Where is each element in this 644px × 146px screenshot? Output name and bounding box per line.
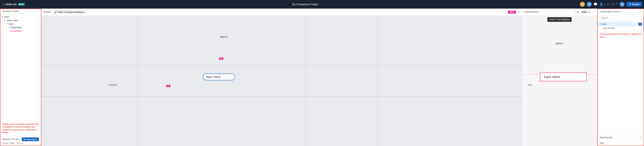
nav-right: TM TM 💬 👤+ ↩ ↪ ? TM ⬆ Export bbox=[580, 2, 642, 7]
property-text: Text bbox=[598, 141, 644, 146]
right-panel: COMPONENT PARTS ⊡ ▼ input ⧉ ::placeholde… bbox=[597, 8, 644, 146]
search-input[interactable] bbox=[600, 16, 642, 20]
components-label: COMPONENTS bbox=[524, 11, 538, 13]
canvas-normal-label: NORMAL bbox=[108, 84, 118, 86]
layer-input-nested[interactable]: ▼ Input bbox=[0, 22, 41, 26]
canvas-area: DESIGN 🚀 Unite UX (Export Preview) ▾ 200… bbox=[41, 8, 522, 146]
measure-badge-top: 82 bbox=[219, 58, 223, 60]
components-panel: COMPONENTS ▾ 200% ▾ → Zoom / View Option… bbox=[522, 8, 597, 146]
help-icon[interactable]: ? bbox=[616, 2, 618, 6]
avatar-tm1[interactable]: TM bbox=[580, 2, 585, 7]
circle-indicator bbox=[574, 11, 576, 14]
copy-icon: ⧉ bbox=[24, 138, 25, 141]
components-toolbar: COMPONENTS ▾ 200% ▾ → bbox=[522, 8, 597, 16]
app-name: Unite UX bbox=[6, 3, 17, 6]
design-input-box[interactable]: Input Value bbox=[203, 73, 235, 80]
avatar-tm2[interactable]: TM bbox=[587, 2, 592, 7]
comp-tree-item-input[interactable]: ▼ input ⧉ bbox=[598, 22, 644, 26]
comp-input-value: Input Value bbox=[544, 75, 560, 79]
canvas-input-label-top: INPUT bbox=[220, 36, 228, 38]
export-icon: ⬆ bbox=[629, 3, 631, 5]
home-icon[interactable]: ⌂ bbox=[2, 2, 4, 6]
comp-normal-label: MAL bbox=[528, 84, 532, 86]
design-label: DESIGN bbox=[44, 11, 51, 13]
add-property-icon[interactable]: + bbox=[640, 136, 642, 139]
canvas-toolbar: DESIGN 🚀 Unite UX (Export Preview) ▾ 200… bbox=[41, 8, 522, 16]
cloud-icon: ☁ bbox=[288, 2, 291, 6]
expand-icon: ▼ bbox=[4, 19, 6, 21]
design-selector[interactable]: 🚀 Unite UX (Export Preview) ▾ bbox=[53, 10, 86, 14]
expand-panel-icon[interactable]: → bbox=[592, 10, 595, 14]
comp-zoom-value: 200% bbox=[582, 11, 587, 13]
comp-tree-item-placeholder[interactable]: ::placeholder bbox=[598, 26, 644, 30]
component-parts-title: COMPONENT PARTS bbox=[600, 11, 620, 13]
component-parts-warning: The actual component' structure is alway… bbox=[598, 31, 644, 40]
export-button[interactable]: ⬆ Export bbox=[626, 2, 642, 7]
guide-line-h2 bbox=[41, 96, 522, 97]
component-tree: ▼ input ⧉ ::placeholder bbox=[598, 21, 644, 31]
properties-header: PROPERTIES + bbox=[598, 135, 644, 141]
guide-line-v2 bbox=[378, 16, 378, 146]
triangle-icon: ▼ bbox=[600, 23, 601, 25]
expand-icon: ▼ bbox=[8, 27, 10, 28]
undo-icon[interactable]: ↩ bbox=[607, 2, 610, 6]
design-styles-section: DESIGN STYLES ⧉ Copy Styles align-items:… bbox=[0, 136, 41, 146]
main-layout: DESIGN LAYERS ▼ Input ▼ _Base Input ▼ In… bbox=[0, 8, 644, 146]
canvas-content: INPUT NORMAL 82 24 Input Value bbox=[41, 16, 522, 146]
comp-input-box[interactable]: Input Value bbox=[540, 73, 587, 81]
expand-icon[interactable]: ⊡ bbox=[639, 10, 642, 13]
guide-line-v1 bbox=[138, 16, 138, 146]
copy-component-button[interactable]: ⧉ bbox=[638, 23, 642, 26]
expand-icon: ▼ bbox=[6, 23, 8, 25]
layer-tree: ▼ Input ▼ _Base Input ▼ Input ▼ Placehol… bbox=[0, 14, 41, 121]
avatar-tm3[interactable]: TM bbox=[620, 2, 624, 7]
design-styles-label: DESIGN STYLES bbox=[2, 138, 19, 140]
layer-base-input[interactable]: ▼ _Base Input bbox=[0, 19, 41, 22]
chevron-down-icon3: ▾ bbox=[588, 11, 590, 13]
tooltip: Zoom / View Options bbox=[547, 17, 572, 22]
guide-line-h1 bbox=[41, 65, 522, 66]
copy-styles-button[interactable]: ⧉ Copy Styles bbox=[22, 138, 39, 141]
design-layers-header: DESIGN LAYERS bbox=[0, 9, 41, 14]
divider-icon[interactable]: ⊡ bbox=[517, 10, 520, 14]
redo-icon[interactable]: ↪ bbox=[612, 2, 614, 6]
measure-badge-left: 24 bbox=[166, 85, 170, 87]
expand-icon: ▼ bbox=[2, 16, 4, 18]
nav-center: ☁ My Comparison Project bbox=[28, 2, 578, 6]
zoom-badge: 200% bbox=[508, 11, 516, 14]
left-panel: DESIGN LAYERS ▼ Input ▼ _Base Input ▼ In… bbox=[0, 8, 41, 146]
beta-badge: BETA bbox=[18, 3, 24, 5]
design-styles-header: DESIGN STYLES ⧉ Copy Styles bbox=[2, 138, 39, 141]
properties-section: PROPERTIES + Text bbox=[598, 134, 644, 146]
layer-placeholder[interactable]: ▼ Placeholder bbox=[0, 26, 41, 29]
top-navigation: ⌂ Unite UX BETA ☁ My Comparison Project … bbox=[0, 0, 644, 8]
layer-placeholder-selected[interactable]: Placeholder bbox=[0, 29, 41, 33]
comp-input-label: INPUT bbox=[556, 42, 564, 45]
css-preview: align-items: center; bbox=[2, 142, 39, 144]
chevron-down-icon2: ▾ bbox=[577, 10, 578, 14]
design-layers-warning: Design Layers' structure could vary and … bbox=[0, 121, 41, 136]
components-content: Zoom / View Options INPUT MAL Input Valu… bbox=[522, 16, 597, 146]
logo-area: ⌂ Unite UX BETA bbox=[2, 2, 24, 6]
layer-input[interactable]: ▼ Input bbox=[0, 15, 41, 19]
chevron-down-icon: ▾ bbox=[84, 11, 85, 13]
comment-icon[interactable]: 💬 bbox=[594, 2, 598, 6]
project-title: My Comparison Project bbox=[292, 3, 318, 6]
add-user-icon[interactable]: 👤+ bbox=[599, 2, 605, 6]
properties-title: PROPERTIES bbox=[600, 137, 613, 139]
component-parts-header: COMPONENT PARTS ⊡ bbox=[598, 9, 644, 15]
design-input-value: Input Value bbox=[206, 75, 220, 78]
component-parts-section: COMPONENT PARTS ⊡ ▼ input ⧉ ::placeholde… bbox=[598, 9, 644, 31]
